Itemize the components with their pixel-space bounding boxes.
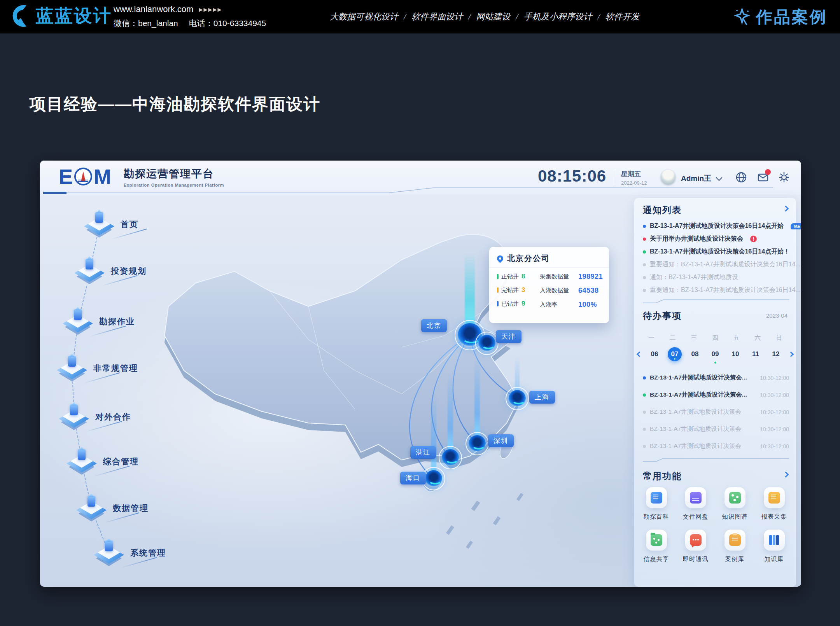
date-cell[interactable]: 09 — [708, 347, 722, 361]
calendar-prev-icon[interactable] — [637, 351, 642, 357]
function-knowledge-graph[interactable]: 知识图谱 — [715, 487, 754, 521]
function-case-library[interactable]: 案例库 — [715, 530, 754, 563]
weekday-cell: 一 — [648, 334, 654, 342]
stat-lake-rate: 入湖率 100% — [540, 301, 603, 309]
stat-value: 198921 — [578, 273, 603, 281]
nav-item-bigdata[interactable]: 大数据可视化设计 — [330, 11, 398, 23]
city-label-beijing[interactable]: 北京 — [421, 319, 447, 332]
shanghai-marker[interactable] — [509, 390, 526, 407]
date-cell[interactable]: 10 — [728, 347, 742, 361]
folder-platform-icon — [63, 304, 93, 332]
report-icon — [768, 492, 780, 504]
calendar-weekdays: 一 二 三 四 五 六 日 — [648, 334, 782, 342]
function-instant-messaging[interactable]: 即时通讯 — [676, 530, 715, 563]
todo-item[interactable]: BZ-13-1-A7井测试地质设计决策会 10:30-12:00 — [643, 425, 789, 433]
portfolio-label[interactable]: 作品案例 — [756, 6, 828, 28]
city-label-shenzhen[interactable]: 深圳 — [488, 434, 514, 447]
function-file-drive[interactable]: 文件网盘 — [676, 487, 715, 521]
site-url[interactable]: www.lanlanwork.com — [114, 4, 193, 14]
url-arrows: ▶▶▶▶▶ — [199, 7, 222, 12]
status-dot — [643, 250, 646, 254]
status-dot — [643, 393, 646, 397]
status-dot — [643, 263, 646, 266]
city-label-zhanjiang[interactable]: 湛江 — [410, 446, 436, 459]
clock-separator — [615, 170, 615, 185]
city-label-haikou[interactable]: 海口 — [400, 472, 426, 484]
graph-icon — [729, 492, 741, 504]
date-cell[interactable]: 08 — [688, 347, 702, 361]
todo-item[interactable]: BZ-13-1-A7井测试地质设计决策会 10:30-12:00 — [643, 442, 789, 450]
city-label-shanghai[interactable]: 上海 — [529, 391, 555, 404]
date-cell[interactable]: 06 — [648, 347, 662, 361]
stat-value: 9 — [522, 300, 525, 308]
date-cell[interactable]: 11 — [749, 347, 763, 361]
function-knowledge-base[interactable]: 知识库 — [754, 530, 794, 563]
notification-item[interactable]: 通知：BZ-13-1-A7井测试地质设 — [643, 273, 789, 282]
tick-icon — [497, 274, 499, 279]
section-divider — [643, 457, 789, 462]
cnooc-emblem-icon — [74, 168, 92, 185]
stat-value: 64538 — [578, 287, 599, 295]
function-info-sharing[interactable]: 信息共享 — [637, 530, 676, 563]
todo-item[interactable]: BZ-13-1-A7井测试地质设计决策会... 10:30-12:00 — [643, 374, 789, 382]
weekday-cell: 二 — [670, 334, 676, 342]
popup-title: 北京分公司 — [507, 253, 550, 264]
lanlan-logo-icon — [9, 4, 31, 28]
calendar-next-icon[interactable] — [788, 351, 794, 357]
todo-time: 10:30-12:00 — [760, 375, 789, 381]
function-exploration-wiki[interactable]: 勘探百科 — [637, 487, 676, 521]
todo-time: 10:30-12:00 — [760, 409, 789, 415]
portfolio-link[interactable]: 作品案例 — [733, 6, 828, 28]
right-panel: 通知列表 BZ-13-1-A7井测试地质设计决策会16日14点开始 NEW 关于… — [634, 198, 796, 587]
username[interactable]: Admin王 — [681, 173, 711, 184]
book-icon — [651, 492, 662, 504]
app-panel: E M 勘探运营管理平台 Exploration Operation Manag… — [40, 161, 801, 587]
todo-item[interactable]: BZ-13-1-A7井测试地质设计决策会 10:30-12:00 — [643, 408, 789, 416]
new-badge: NEW — [791, 223, 801, 229]
nav-item-website[interactable]: 网站建设 — [476, 11, 510, 23]
weekday-label: 星期五 — [621, 170, 647, 178]
city-label-tianjin[interactable]: 天津 — [496, 330, 522, 343]
nav-separator: / — [404, 12, 406, 22]
chart-platform-icon — [57, 351, 87, 379]
gear-icon[interactable] — [778, 171, 790, 183]
notification-item[interactable]: 重要通知：BZ-13-1-A7井测试地质设计决策会16日14... — [643, 286, 789, 294]
shenzhen-marker[interactable] — [469, 435, 486, 452]
functions-more-chevron-icon[interactable] — [783, 472, 789, 478]
mail-icon[interactable] — [757, 171, 769, 183]
avatar[interactable] — [661, 170, 676, 185]
stat-completed-wells: 完钻井 3 — [497, 286, 534, 294]
mail-unread-badge — [765, 169, 771, 175]
section-divider — [643, 298, 789, 303]
clipboard-icon — [729, 534, 741, 546]
nav-item-software-ui[interactable]: 软件界面设计 — [411, 11, 463, 23]
function-report-collection[interactable]: 报表采集 — [754, 487, 794, 521]
todo-time: 10:30-12:00 — [760, 392, 789, 398]
drive-icon — [690, 492, 702, 504]
robot-platform-icon — [74, 254, 105, 282]
stat-drilled-wells: 已钻井 9 — [497, 300, 534, 308]
zhanjiang-marker[interactable] — [442, 449, 459, 466]
notification-item[interactable]: 关于用举办井测试地质设计决策会 ! — [643, 235, 789, 243]
tianjin-marker[interactable] — [478, 335, 495, 352]
location-pin-icon — [496, 254, 505, 263]
nav-item-mobile[interactable]: 手机及小程序设计 — [523, 11, 592, 23]
date-cell-selected[interactable]: 07 — [668, 347, 682, 361]
status-dot — [643, 376, 646, 379]
date-cell[interactable]: 12 — [769, 347, 783, 361]
notification-item[interactable]: 重要通知：BZ-13-1-A7井测试地质设计决策会16日14... — [643, 261, 789, 269]
notification-item[interactable]: BZ-13-1-A7井测试地质设计决策会16日14点开始！ — [643, 248, 789, 256]
status-dot — [643, 225, 646, 228]
nav-separator: / — [516, 12, 518, 22]
notification-item[interactable]: BZ-13-1-A7井测试地质设计决策会16日14点开始 NEW — [643, 222, 789, 230]
status-dot — [643, 428, 646, 431]
nav-item-dev[interactable]: 软件开发 — [606, 11, 640, 23]
chevron-down-icon[interactable] — [716, 175, 723, 181]
globe-icon[interactable] — [735, 171, 747, 183]
brand-name: 蓝蓝设计 — [36, 4, 112, 28]
functions-title: 常用功能 — [643, 470, 682, 482]
notifications-more-chevron-icon[interactable] — [783, 206, 789, 212]
todo-item[interactable]: BZ-13-1-A7井测试地质设计决策会... 10:30-12:00 — [643, 391, 789, 399]
tick-icon — [497, 287, 499, 293]
haikou-marker[interactable] — [425, 470, 442, 487]
